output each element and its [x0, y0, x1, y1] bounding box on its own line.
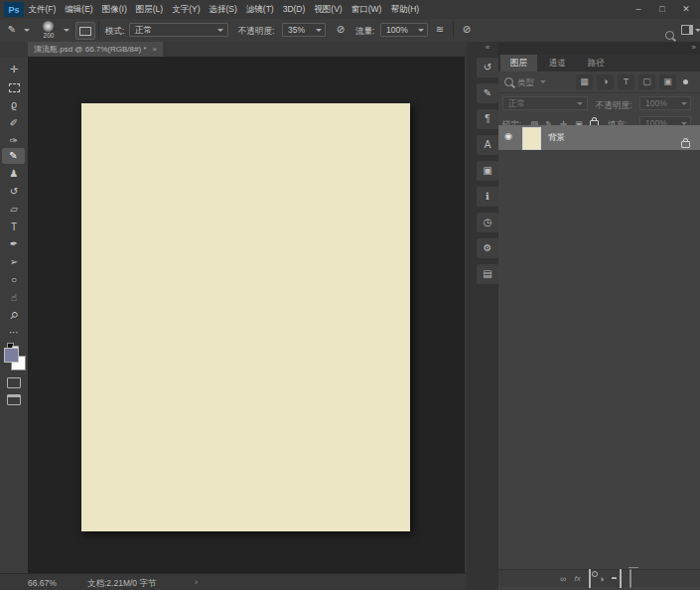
new-layer-button[interactable]: [620, 570, 622, 588]
close-tab-icon[interactable]: ×: [153, 42, 158, 57]
filter-adjustment-layers-button[interactable]: ◑: [597, 74, 614, 89]
pen-tool[interactable]: ✒: [0, 236, 28, 252]
menu-edit[interactable]: 编辑(E): [61, 0, 97, 19]
delete-layer-button[interactable]: [630, 570, 631, 588]
timeline-panel-button[interactable]: ◷: [477, 213, 498, 232]
minimize-button[interactable]: –: [627, 0, 650, 19]
adjustments-panel-button[interactable]: ⚙: [477, 238, 498, 258]
adjustments-panel-icon: ⚙: [484, 242, 492, 253]
layer-blend-mode-select[interactable]: 正常: [502, 96, 588, 110]
eraser-tool[interactable]: ▱: [0, 202, 28, 218]
zoom-tool[interactable]: ⚲: [0, 308, 28, 324]
flow-select[interactable]: 100%: [380, 23, 428, 37]
character-panel-icon: A: [485, 139, 491, 150]
filter-pixel-layers-button[interactable]: ▦: [576, 74, 593, 89]
document-tab[interactable]: 漂流瓶.psd @ 66.7%(RGB/8#) * ×: [28, 42, 163, 57]
rectangular-marquee-tool[interactable]: [0, 79, 28, 95]
document-canvas[interactable]: [81, 103, 410, 531]
menu-image[interactable]: 图像(I): [97, 0, 131, 19]
menu-filter[interactable]: 滤镜(T): [241, 0, 278, 19]
filter-kind-select[interactable]: 类型: [517, 77, 534, 89]
foreground-color-swatch[interactable]: [4, 348, 19, 363]
panel-tabs: 图层 通道 路径: [498, 55, 700, 72]
screen-mode-button[interactable]: [0, 391, 28, 407]
status-expand-icon[interactable]: ›: [195, 577, 198, 587]
layer-thumbnail[interactable]: [522, 127, 541, 150]
airbrush-button[interactable]: ≋: [431, 22, 449, 38]
tool-preset-picker[interactable]: ✎: [3, 22, 21, 38]
edit-toolbar-button[interactable]: ⋯: [0, 325, 28, 341]
visibility-eye-icon[interactable]: ◉: [504, 131, 512, 141]
layer-filter-row: 类型 ▦ ◑ T ▢ ▣: [498, 72, 700, 93]
tab-layers[interactable]: 图层: [500, 55, 537, 72]
menu-window[interactable]: 窗口(W): [347, 0, 386, 19]
menu-layer[interactable]: 图层(L): [131, 0, 167, 19]
brush-tool[interactable]: ✎: [2, 148, 25, 164]
filter-toggle-icon[interactable]: [683, 79, 688, 84]
paragraph-panel-button[interactable]: ¶: [477, 109, 498, 129]
link-layers-button[interactable]: ∞: [560, 572, 566, 586]
chevron-down-icon: [418, 29, 424, 32]
move-tool[interactable]: ✛: [0, 62, 28, 77]
hand-tool[interactable]: ☝: [0, 290, 28, 306]
menu-file[interactable]: 文件(F): [24, 0, 61, 19]
menu-view[interactable]: 视图(V): [310, 0, 347, 19]
tab-channels[interactable]: 通道: [539, 55, 576, 72]
menu-help[interactable]: 帮助(H): [386, 0, 424, 19]
clone-stamp-icon: ♟: [10, 168, 19, 179]
lasso-tool[interactable]: ϱ: [0, 97, 28, 113]
clone-stamp-tool[interactable]: ♟: [0, 166, 28, 182]
menu-3d[interactable]: 3D(D): [278, 0, 310, 19]
quick-selection-tool[interactable]: ✐: [0, 115, 28, 131]
character-panel-button[interactable]: A: [477, 135, 498, 155]
flow-value: 100%: [386, 25, 408, 35]
eyedropper-tool[interactable]: ✑: [0, 133, 28, 149]
info-panel-button[interactable]: ℹ: [477, 187, 498, 207]
history-panel-button[interactable]: ↺: [477, 58, 498, 77]
zoom-level-field[interactable]: 66.67%: [28, 578, 57, 588]
photoshop-window: Ps 文件(F) 编辑(E) 图像(I) 图层(L) 文字(Y) 选择(S) 滤…: [0, 0, 700, 590]
styles-panel-button[interactable]: ▤: [477, 264, 498, 284]
layer-name[interactable]: 背景: [548, 132, 565, 144]
layer-blend-mode-value: 正常: [508, 98, 525, 108]
toggle-brush-panel-button[interactable]: [75, 22, 95, 40]
brush-size-picker[interactable]: 200: [40, 21, 64, 40]
opacity-label: 不透明度:: [238, 26, 274, 38]
workspace-icon: [681, 25, 693, 35]
dock-collapse-button[interactable]: «: [477, 42, 498, 55]
close-button[interactable]: ✕: [674, 0, 698, 19]
history-panel-icon: ↺: [484, 62, 491, 73]
chevron-down-icon: [64, 29, 70, 32]
brush-settings-panel-button[interactable]: ✎: [477, 83, 498, 103]
menu-type[interactable]: 文字(Y): [168, 0, 205, 19]
airbrush-icon: ≋: [436, 24, 444, 35]
add-layer-mask-button[interactable]: [589, 570, 591, 588]
maximize-button[interactable]: □: [650, 0, 674, 19]
pressure-opacity-button[interactable]: ⊘: [332, 22, 350, 38]
opacity-select[interactable]: 35%: [282, 23, 326, 37]
quick-mask-button[interactable]: [0, 374, 28, 390]
type-tool[interactable]: T: [0, 220, 28, 235]
add-adjustment-layer-button[interactable]: ◑: [599, 572, 604, 586]
filter-shape-layers-button[interactable]: ▢: [638, 74, 655, 89]
layer-row-background[interactable]: ◉ 背景: [498, 125, 700, 150]
blend-mode-select[interactable]: 正常: [129, 23, 228, 37]
filter-smart-objects-button[interactable]: ▣: [659, 74, 676, 89]
pressure-size-button[interactable]: ⊘: [458, 22, 476, 38]
layer-opacity-select[interactable]: 100%: [639, 96, 691, 110]
filter-type-layers-icon: T: [624, 76, 630, 86]
clone-source-panel-button[interactable]: ▣: [477, 161, 498, 181]
brush-icon: ✎: [9, 150, 17, 161]
history-brush-tool[interactable]: ↺: [0, 184, 28, 200]
filter-type-layers-button[interactable]: T: [618, 74, 634, 89]
status-bar: 66.67% 文档:2.21M/0 字节 ›: [0, 573, 467, 590]
panel-collapse-button[interactable]: »: [692, 42, 696, 54]
layer-style-button[interactable]: fx: [574, 572, 580, 586]
move-icon: ✛: [10, 64, 18, 74]
tab-paths[interactable]: 路径: [578, 55, 615, 72]
menu-select[interactable]: 选择(S): [205, 0, 241, 19]
shape-tool[interactable]: ○: [0, 272, 28, 288]
chevron-down-icon: [540, 80, 546, 83]
layer-opacity-label: 不透明度:: [596, 100, 631, 112]
path-selection-tool[interactable]: ➢: [0, 254, 28, 270]
